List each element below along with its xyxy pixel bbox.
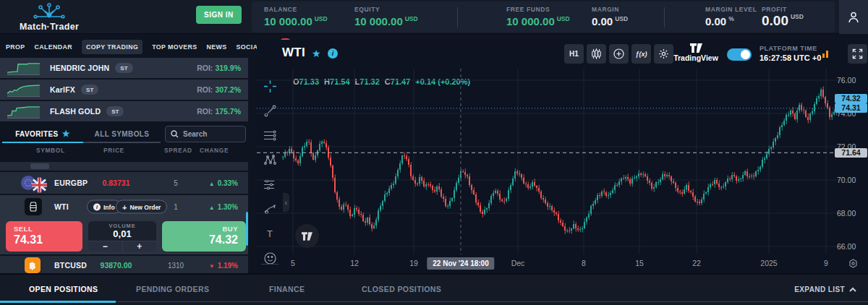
platform-time-value: 16:27:58 UTC +0 <box>760 53 821 62</box>
expand-arrows-icon <box>852 48 863 59</box>
down-arrow-icon: ▼ <box>209 263 215 270</box>
info-icon: i <box>93 203 101 210</box>
nav-item-calendar[interactable]: CALENDAR <box>35 43 73 51</box>
st-badge: ST <box>106 106 124 116</box>
tradingview-icon <box>690 43 702 53</box>
oil-barrel-icon <box>25 198 42 215</box>
gear-icon <box>658 48 669 59</box>
symbol-info-icon[interactable]: i <box>328 48 338 59</box>
symbol-row-wti[interactable]: WTI iInfo +New Order 1 ▲1.30% <box>0 195 248 218</box>
volume-decrease-button[interactable]: − <box>88 241 123 252</box>
stats-divider <box>664 7 665 27</box>
volume-increase-button[interactable]: + <box>123 241 157 252</box>
symbol-search[interactable] <box>165 126 246 142</box>
top-bar: Match·Trader SIGN IN BALANCE10 000.00USD… <box>0 0 868 34</box>
tradingview-logo[interactable]: TradingView <box>671 43 721 62</box>
chevron-up-icon <box>849 287 856 292</box>
chart-type-button[interactable] <box>587 44 606 64</box>
column-spread: SPREAD <box>164 147 192 154</box>
leaderboard-row[interactable]: HENDRIC JOHN ST ROI:319.9% <box>0 58 248 78</box>
fullscreen-button[interactable] <box>848 44 867 64</box>
compare-add-button[interactable] <box>609 44 629 64</box>
connection-signal-icon <box>822 51 828 58</box>
sign-in-button[interactable]: SIGN IN <box>196 6 242 24</box>
time-tick-label: 8 <box>582 259 586 267</box>
search-input[interactable] <box>183 130 234 138</box>
tab-favorites[interactable]: FAVORITES★ <box>2 126 83 143</box>
axis-settings-icon[interactable] <box>848 259 858 268</box>
new-order-button[interactable]: +New Order <box>116 200 167 214</box>
buy-price: 74.32 <box>170 233 238 246</box>
crosshair-time-label: 22 Nov '24 18:00 <box>427 257 494 270</box>
candlestick-icon <box>591 48 602 59</box>
time-tick-label: 9 <box>824 259 828 267</box>
sidebar-nav: PROPCALENDARCOPY TRADINGTOP MOVERSNEWSSO… <box>0 38 257 56</box>
price-tick-label: 68.00 <box>837 209 867 218</box>
bid-price-tag: 74.32 <box>835 94 867 103</box>
time-tick-label: 12 <box>350 259 359 267</box>
price-tick-label: 66.00 <box>837 242 867 251</box>
tab-closed-positions[interactable]: CLOSED POSITIONS <box>362 285 441 293</box>
nav-item-prop[interactable]: PROP <box>6 43 25 51</box>
expand-list-button[interactable]: EXPAND LIST <box>794 285 856 293</box>
sparkline-chart <box>7 61 40 75</box>
tabs-underline <box>116 301 868 302</box>
plus-circle-icon <box>613 48 624 59</box>
sell-button[interactable]: SELL 74.31 <box>6 221 82 252</box>
st-badge: ST <box>115 63 132 73</box>
column-symbol: SYMBOL <box>36 147 65 154</box>
leaderboard-row[interactable]: FLASH GOLD ST ROI:175.7% <box>0 101 248 121</box>
roi-label: ROI: <box>197 64 213 72</box>
symbol-row-eurgbp[interactable]: EURGBP 0.83731 5 ▲0.33% <box>0 172 248 194</box>
account-button[interactable] <box>839 0 868 34</box>
price-tick-label: 70.00 <box>837 176 867 184</box>
volume-value: 0,01 <box>88 228 156 239</box>
toolbar-divider <box>261 264 278 265</box>
stat-free-funds: FREE FUNDS10 000.00USD <box>506 6 570 27</box>
tab-open-positions[interactable]: OPEN POSITIONS <box>29 285 98 293</box>
sparkline-chart <box>7 82 40 97</box>
tab-pending-orders[interactable]: PENDING ORDERS <box>136 285 209 293</box>
plus-icon: + <box>122 202 127 211</box>
st-badge: ST <box>81 85 98 95</box>
symbol-price: 93870.00 <box>85 261 147 270</box>
symbol-change: 1.19% <box>218 262 238 270</box>
brand-name: Match·Trader <box>13 22 85 32</box>
active-tab-underline <box>0 301 116 303</box>
roi-label: ROI: <box>197 85 213 94</box>
roi-label: ROI: <box>197 107 213 116</box>
indicators-button[interactable]: ƒ(x) <box>631 44 651 64</box>
chart-symbol-title: WTI <box>282 46 305 60</box>
sell-price: 74.31 <box>14 233 75 246</box>
nav-item-news[interactable]: NEWS <box>207 43 227 51</box>
timeframe-button[interactable]: H1 <box>564 44 584 64</box>
leaderboard-row[interactable]: KarlFX ST ROI:307.2% <box>0 80 248 100</box>
gbp-flag-icon <box>32 178 47 193</box>
tab-all-symbols[interactable]: ALL SYMBOLS <box>83 126 161 143</box>
trader-name: HENDRIC JOHN <box>50 64 109 72</box>
symbol-spread: 5 <box>163 179 189 187</box>
nav-item-top-movers[interactable]: TOP MOVERS <box>152 43 197 51</box>
candlestick-chart[interactable] <box>257 69 843 254</box>
symbol-row-btcusd[interactable]: ฿ BTCUSD 93870.00 1310 ▼1.19% <box>0 256 248 275</box>
sell-label: SELL <box>14 225 75 233</box>
time-tick-label: 15 <box>635 259 644 267</box>
volume-control: VOLUME 0,01 − + <box>88 221 156 252</box>
platform-time-label: PLATFORM TIME <box>760 45 817 52</box>
tab-finance[interactable]: FINANCE <box>269 285 305 293</box>
symbol-name: BTCUSD <box>54 261 87 270</box>
nav-item-copy-trading[interactable]: COPY TRADING <box>82 40 142 54</box>
time-tick-label: Dec <box>511 259 525 267</box>
time-tick-label: 19 <box>409 259 418 267</box>
buy-button[interactable]: BUY 74.32 <box>162 221 246 252</box>
favorite-star-icon[interactable]: ★ <box>312 48 321 59</box>
watchlist-scrollbar[interactable] <box>246 212 248 246</box>
person-icon <box>847 11 860 24</box>
symbol-change: 1.30% <box>218 203 238 211</box>
tradingview-toggle[interactable] <box>727 48 752 61</box>
time-tick-label: 5 <box>291 259 295 267</box>
level-price-tag: 71.64 <box>835 148 867 158</box>
symbol-change: 0.33% <box>218 179 238 187</box>
price-tick-label: 76.00 <box>837 76 867 85</box>
clipped-symbol-row[interactable] <box>0 162 248 171</box>
